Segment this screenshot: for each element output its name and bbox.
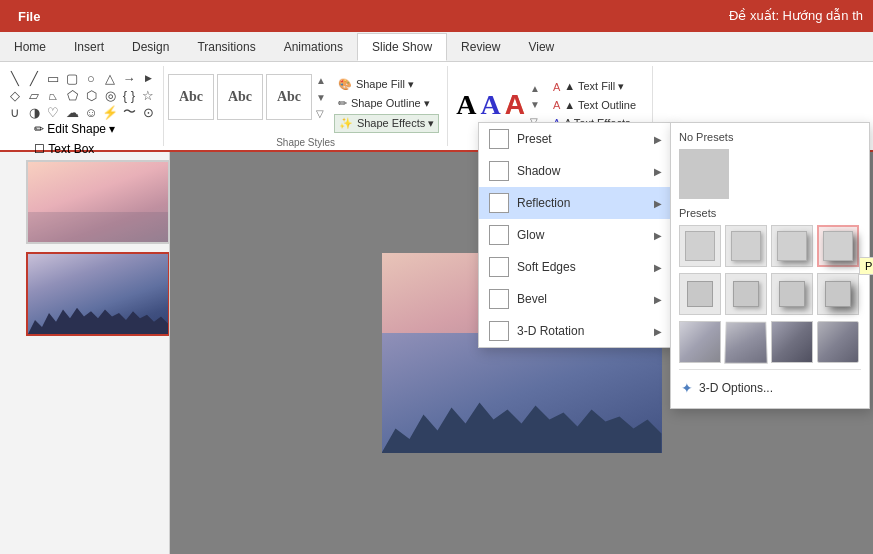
preset-box-2[interactable] bbox=[725, 225, 767, 267]
preset-box-3d-3[interactable] bbox=[771, 321, 813, 363]
glow-arrow-icon: ▶ bbox=[654, 230, 662, 241]
menu-shadow[interactable]: Shadow ▶ bbox=[479, 155, 672, 187]
shape-outline-label: Shape Outline ▾ bbox=[351, 97, 430, 110]
shape-hexagon[interactable]: ⬡ bbox=[82, 87, 100, 103]
shape-effects-icon: ✨ bbox=[339, 117, 353, 130]
slide-thumb-1[interactable] bbox=[26, 160, 170, 244]
wordart-a2[interactable]: A bbox=[481, 89, 501, 121]
shape-bolt[interactable]: ⚡ bbox=[101, 104, 119, 120]
preset-arrow-icon: ▶ bbox=[654, 134, 662, 145]
shape-effects-button[interactable]: ✨ Shape Effects ▾ bbox=[334, 114, 439, 133]
file-button[interactable]: File bbox=[0, 0, 58, 32]
shape-right-arrow[interactable]: → bbox=[120, 70, 138, 86]
scroll-up-arrow[interactable]: ▲ bbox=[315, 74, 327, 87]
text-outline-button[interactable]: A ▲ Text Outline bbox=[549, 97, 640, 113]
shape-crescent[interactable]: ◑ bbox=[25, 104, 43, 120]
preset-box-4[interactable]: Preset 4 bbox=[817, 225, 859, 267]
shape-trapezoid[interactable]: ⏢ bbox=[44, 87, 62, 103]
shape-smile[interactable]: ☺ bbox=[82, 104, 100, 120]
scroll-down-arrow[interactable]: ▼ bbox=[315, 91, 327, 104]
preset-box-3[interactable] bbox=[771, 225, 813, 267]
preset-box-8[interactable] bbox=[817, 273, 859, 315]
reflection-icon bbox=[489, 193, 509, 213]
preset-icon bbox=[489, 129, 509, 149]
shadow-icon bbox=[489, 161, 509, 181]
preset-box-1[interactable] bbox=[679, 225, 721, 267]
menu-preset[interactable]: Preset ▶ bbox=[479, 123, 672, 155]
menu-glow[interactable]: Glow ▶ bbox=[479, 219, 672, 251]
glow-label: Glow bbox=[517, 228, 544, 242]
shape-diamond[interactable]: ◇ bbox=[6, 87, 24, 103]
shadow-arrow-icon: ▶ bbox=[654, 166, 662, 177]
shape-styles-label: Shape Styles bbox=[276, 135, 335, 148]
shape-triangle[interactable]: △ bbox=[101, 70, 119, 86]
style-box-2[interactable]: Abc bbox=[217, 74, 263, 120]
shape-curved[interactable]: ∪ bbox=[6, 104, 24, 120]
preset-7-inner bbox=[779, 281, 805, 307]
shape-fill-button[interactable]: 🎨 Shape Fill ▾ bbox=[334, 76, 439, 93]
style-box-1[interactable]: Abc bbox=[168, 74, 214, 120]
shape-cloud[interactable]: ☁ bbox=[63, 104, 81, 120]
shape-format-col: 🎨 Shape Fill ▾ ✏ Shape Outline ▾ ✨ Shape… bbox=[330, 74, 443, 135]
preset-box-6[interactable] bbox=[725, 273, 767, 315]
effects-panel: No Presets Presets Preset 4 bbox=[670, 122, 870, 409]
preset-box-3d-2[interactable] bbox=[724, 322, 768, 364]
shadow-label: Shadow bbox=[517, 164, 560, 178]
title-bar: File Đề xuất: Hướng dẫn th bbox=[0, 0, 873, 32]
style-box-3[interactable]: Abc bbox=[266, 74, 312, 120]
shape-brace[interactable]: { } bbox=[120, 87, 138, 103]
menu-bevel[interactable]: Bevel ▶ bbox=[479, 283, 672, 315]
wordart-scroll-up[interactable]: ▲ bbox=[529, 82, 541, 95]
preset-box-7[interactable] bbox=[771, 273, 813, 315]
shape-rect[interactable]: ▭ bbox=[44, 70, 62, 86]
slide-2-image bbox=[28, 254, 168, 334]
wordart-scroll-down[interactable]: ▼ bbox=[529, 98, 541, 111]
preset-box-3d-1[interactable] bbox=[679, 321, 721, 363]
scroll-more-arrow[interactable]: ▽ bbox=[315, 107, 327, 120]
tab-view[interactable]: View bbox=[514, 33, 568, 61]
tab-slideshow[interactable]: Slide Show bbox=[357, 33, 447, 61]
shape-outline-button[interactable]: ✏ Shape Outline ▾ bbox=[334, 95, 439, 112]
preset-box-3d-4[interactable] bbox=[817, 321, 859, 363]
no-presets-title: No Presets bbox=[679, 131, 861, 143]
glow-icon bbox=[489, 225, 509, 245]
shape-star[interactable]: ☆ bbox=[139, 87, 157, 103]
ribbon-tabs: Home Insert Design Transitions Animation… bbox=[0, 32, 873, 62]
tab-design[interactable]: Design bbox=[118, 33, 183, 61]
shape-line[interactable]: ╲ bbox=[6, 70, 24, 86]
menu-reflection[interactable]: Reflection ▶ bbox=[479, 187, 672, 219]
text-outline-icon: A bbox=[553, 99, 560, 111]
shapes-grid: ╲ ╱ ▭ ▢ ○ △ → ▶ ◇ ▱ ⏢ ⬠ ⬡ ◎ { } ☆ ∪ ◑ ♡ … bbox=[6, 70, 157, 120]
shape-parallelogram[interactable]: ▱ bbox=[25, 87, 43, 103]
shape-wave[interactable]: 〜 bbox=[120, 104, 138, 120]
no-presets-box[interactable] bbox=[679, 149, 729, 199]
3d-options-button[interactable]: ✦ 3-D Options... bbox=[679, 376, 861, 400]
text-box-label: Text Box bbox=[48, 142, 94, 156]
menu-soft-edges[interactable]: Soft Edges ▶ bbox=[479, 251, 672, 283]
shape-heptagon[interactable]: ◎ bbox=[101, 87, 119, 103]
tab-home[interactable]: Home bbox=[0, 33, 60, 61]
shape-scroll[interactable]: ⊙ bbox=[139, 104, 157, 120]
soft-edges-arrow-icon: ▶ bbox=[654, 262, 662, 273]
tab-review[interactable]: Review bbox=[447, 33, 514, 61]
shape-oval[interactable]: ○ bbox=[82, 70, 100, 86]
shape-more[interactable]: ▶ bbox=[139, 70, 157, 86]
shape-pentagon[interactable]: ⬠ bbox=[63, 87, 81, 103]
soft-edges-label: Soft Edges bbox=[517, 260, 576, 274]
text-fill-icon: A bbox=[553, 81, 560, 93]
preset-box-5[interactable] bbox=[679, 273, 721, 315]
text-fill-button[interactable]: A ▲ Text Fill ▾ bbox=[549, 78, 640, 95]
tab-transitions[interactable]: Transitions bbox=[183, 33, 269, 61]
slide-thumb-2[interactable] bbox=[26, 252, 170, 336]
shape-round-rect[interactable]: ▢ bbox=[63, 70, 81, 86]
tab-animations[interactable]: Animations bbox=[270, 33, 357, 61]
menu-3d-rotation[interactable]: 3-D Rotation ▶ bbox=[479, 315, 672, 347]
tab-insert[interactable]: Insert bbox=[60, 33, 118, 61]
edit-shape-button[interactable]: ✏ Edit Shape ▾ bbox=[30, 120, 138, 138]
shape-heart[interactable]: ♡ bbox=[44, 104, 62, 120]
text-box-button[interactable]: ☐ Text Box bbox=[30, 140, 138, 158]
wordart-a1[interactable]: A bbox=[456, 89, 476, 121]
shape-line2[interactable]: ╱ bbox=[25, 70, 43, 86]
wordart-a3[interactable]: A bbox=[505, 89, 525, 121]
shape-fill-label: Shape Fill ▾ bbox=[356, 78, 414, 91]
